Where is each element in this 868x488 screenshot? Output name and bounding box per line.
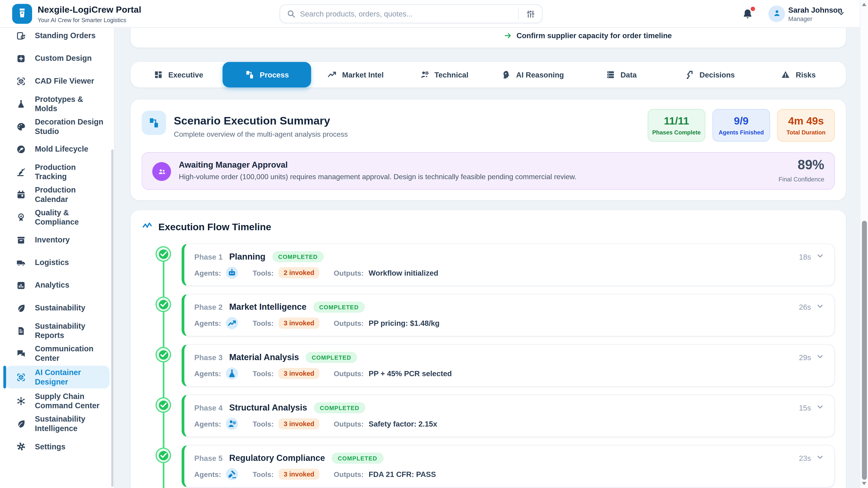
phase-marker [142, 344, 182, 387]
sidebar-item-mold-lifecycle[interactable]: Mold Lifecycle [0, 138, 114, 160]
robot-arm-icon [16, 166, 26, 177]
tools-invoked-badge: 3 invoked [279, 368, 319, 379]
sidebar-item-cad-file-viewer[interactable]: CAD File Viewer [0, 70, 114, 92]
global-search[interactable] [280, 4, 542, 23]
app-subtitle: Your AI Crew for Smarter Logistics [38, 17, 126, 23]
outputs-label: Outputs: [334, 369, 364, 378]
summary-title: Scenario Execution Summary [174, 115, 330, 127]
sidebar-scrollbar[interactable] [111, 149, 114, 487]
palette-icon [16, 121, 26, 132]
sidebar-item-label: CAD File Viewer [35, 76, 94, 86]
tab-process[interactable]: Process [222, 62, 311, 88]
stat-phases-complete: 11/11Phases Complete [648, 109, 705, 141]
stat-agents-finished: 9/9Agents Finished [712, 109, 770, 141]
sidebar-item-communication-center[interactable]: Communication Center [0, 342, 114, 365]
phase-output: FDA 21 CFR: PASS [369, 470, 436, 478]
tab-executive[interactable]: Executive [134, 62, 223, 88]
sidebar-item-label: Quality & Compliance [35, 208, 105, 226]
container-icon [17, 7, 28, 21]
phase-name: Material Analysis [229, 352, 299, 362]
user-avatar[interactable] [768, 5, 785, 22]
scroll-up-arrow[interactable] [862, 3, 866, 6]
tab-data[interactable]: Data [577, 62, 665, 88]
summary-stats: 11/11Phases Complete9/9Agents Finished4m… [648, 109, 835, 141]
cad-cube-icon [16, 372, 26, 383]
phase-duration: 18s [799, 253, 811, 261]
phase-card[interactable]: Phase 3 Material Analysis COMPLETED 29s … [182, 344, 835, 387]
sidebar-item-supply-chain-command-center[interactable]: Supply Chain Command Center [0, 390, 114, 412]
next-step-text[interactable]: Confirm supplier capacity for order time… [517, 32, 672, 40]
stat-label: Total Duration [786, 129, 826, 135]
search-input[interactable] [300, 10, 518, 18]
phase-card[interactable]: Phase 2 Market Intelligence COMPLETED 26… [182, 294, 835, 336]
tab-risks[interactable]: Risks [754, 62, 843, 88]
sidebar-item-label: Decoration Design Studio [35, 117, 105, 135]
sidebar-item-standing-orders[interactable]: Standing Orders [0, 28, 114, 47]
chevron-down-icon[interactable] [816, 252, 825, 262]
notifications-button[interactable] [742, 8, 754, 21]
phase-card[interactable]: Phase 1 Planning COMPLETED 18s Agents: T… [182, 243, 835, 286]
app-logo[interactable] [12, 4, 32, 24]
sidebar-item-sustainability-intelligence[interactable]: Sustainability Intelligence [0, 412, 114, 435]
custom-design-icon [16, 53, 26, 64]
sidebar-item-settings[interactable]: Settings [0, 435, 114, 458]
sidebar-item-sustainability[interactable]: Sustainability [0, 297, 114, 319]
sidebar-item-prototypes-molds[interactable]: Prototypes & Molds [0, 92, 114, 115]
outputs-label: Outputs: [334, 470, 364, 478]
phase-name: Regulatory Compliance [229, 453, 325, 463]
top-header: Nexgile-LogiCrew Portal Your AI Crew for… [0, 0, 868, 28]
person-icon [772, 8, 781, 20]
stat-label: Agents Finished [719, 129, 764, 135]
search-filter-icon[interactable] [519, 9, 542, 19]
sidebar-item-inventory[interactable]: Inventory [0, 229, 114, 251]
phase-output: PP pricing: $1.48/kg [369, 319, 440, 327]
check-icon [159, 400, 168, 410]
scrollbar-thumb[interactable] [862, 221, 867, 480]
sidebar-item-decoration-design-studio[interactable]: Decoration Design Studio [0, 115, 114, 138]
rows-icon [606, 70, 616, 80]
sidebar-item-label: Analytics [35, 281, 69, 290]
person-gear-icon [420, 70, 430, 80]
sidebar-item-label: Production Calendar [35, 186, 105, 204]
chevron-down-icon[interactable] [816, 352, 825, 363]
activity-icon [142, 220, 153, 234]
status-badge: COMPLETED [272, 251, 324, 262]
chevron-down-icon[interactable] [816, 402, 825, 413]
tab-label: Risks [796, 70, 815, 79]
sidebar-item-ai-container-designer[interactable]: AI Container Designer [5, 366, 110, 388]
scroll-down-arrow[interactable] [862, 482, 866, 485]
timeline-title: Execution Flow Timeline [158, 221, 271, 232]
main-area: Confirm supplier capacity for order time… [115, 28, 868, 488]
approval-title: Awaiting Manager Approval [179, 160, 288, 169]
tab-market-intel[interactable]: Market Intel [311, 62, 400, 88]
sidebar-item-production-tracking[interactable]: Production Tracking [0, 160, 114, 183]
tab-technical[interactable]: Technical [400, 62, 488, 88]
sidebar-item-sustainability-reports[interactable]: Sustainability Reports [0, 319, 114, 342]
scenario-summary-card: Scenario Execution Summary Complete over… [131, 100, 846, 200]
gear-icon [16, 441, 26, 452]
sidebar-item-analytics[interactable]: Analytics [0, 274, 114, 297]
phase-row-market-intelligence: Phase 2 Market Intelligence COMPLETED 26… [142, 294, 835, 336]
chevron-down-icon[interactable] [816, 302, 825, 313]
robot-icon [226, 267, 238, 279]
check-icon [159, 451, 168, 460]
agents-label: Agents: [194, 269, 221, 277]
chevron-down-icon[interactable] [837, 9, 845, 20]
tab-ai-reasoning[interactable]: AI Reasoning [488, 62, 577, 88]
phase-card[interactable]: Phase 4 Structural Analysis COMPLETED 15… [182, 394, 835, 437]
app-root: Nexgile-LogiCrew Portal Your AI Crew for… [0, 0, 868, 488]
grid-icon [153, 70, 163, 80]
tab-label: Process [260, 70, 289, 79]
sidebar-item-custom-design[interactable]: Custom Design [0, 47, 114, 70]
chevron-down-icon[interactable] [816, 453, 825, 463]
tools-label: Tools: [253, 269, 274, 277]
sidebar-item-production-calendar[interactable]: Production Calendar [0, 183, 114, 206]
leaf-icon [16, 303, 26, 313]
phase-number: Phase 5 [194, 454, 223, 462]
phase-card[interactable]: Phase 5 Regulatory Compliance COMPLETED … [182, 445, 835, 488]
window-scrollbar[interactable] [860, 0, 868, 488]
sidebar-item-quality-compliance[interactable]: Quality & Compliance [0, 206, 114, 228]
sidebar-item-logistics[interactable]: Logistics [0, 251, 114, 274]
engineer-icon [226, 418, 238, 430]
tab-decisions[interactable]: Decisions [665, 62, 754, 88]
